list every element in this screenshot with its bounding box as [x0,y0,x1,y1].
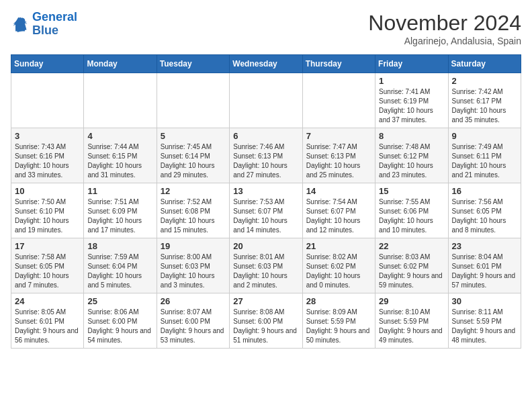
day-number: 11 [87,186,152,196]
day-info: Sunrise: 8:10 AMSunset: 5:59 PMDaylight:… [379,308,444,345]
day-info: Sunrise: 8:05 AMSunset: 6:01 PMDaylight:… [15,308,80,345]
day-info: Sunrise: 7:49 AMSunset: 6:11 PMDaylight:… [452,142,517,180]
day-number: 12 [161,186,226,196]
day-number: 2 [452,76,517,86]
weekday-header-wednesday: Wednesday [230,55,302,73]
logo-icon [11,15,30,34]
calendar-cell: 2Sunrise: 7:42 AMSunset: 6:17 PMDaylight… [448,73,521,128]
day-info: Sunrise: 7:58 AMSunset: 6:05 PMDaylight:… [15,253,80,290]
page-header: General Blue November 2024 Algarinejo, A… [11,11,521,46]
week-row-2: 3Sunrise: 7:43 AMSunset: 6:16 PMDaylight… [11,128,521,183]
calendar-cell: 8Sunrise: 7:48 AMSunset: 6:12 PMDaylight… [375,128,448,183]
calendar-cell: 6Sunrise: 7:46 AMSunset: 6:13 PMDaylight… [230,128,302,183]
month-title: November 2024 [368,11,521,36]
logo-line2: Blue [32,24,58,37]
day-info: Sunrise: 7:54 AMSunset: 6:07 PMDaylight:… [306,197,371,235]
day-number: 18 [87,241,152,251]
week-row-5: 24Sunrise: 8:05 AMSunset: 6:01 PMDayligh… [11,293,521,349]
calendar-cell: 24Sunrise: 8:05 AMSunset: 6:01 PMDayligh… [11,293,84,349]
weekday-header-monday: Monday [84,55,157,73]
calendar-cell [157,73,229,128]
day-info: Sunrise: 7:53 AMSunset: 6:07 PMDaylight:… [233,197,298,235]
day-number: 19 [161,241,226,251]
day-info: Sunrise: 8:11 AMSunset: 5:59 PMDaylight:… [452,308,517,345]
day-info: Sunrise: 7:41 AMSunset: 6:19 PMDaylight:… [379,87,444,125]
weekday-header-tuesday: Tuesday [157,55,229,73]
calendar-cell: 22Sunrise: 8:03 AMSunset: 6:02 PMDayligh… [375,238,448,293]
day-number: 15 [379,186,444,196]
calendar-cell: 27Sunrise: 8:08 AMSunset: 6:00 PMDayligh… [230,293,302,349]
location: Algarinejo, Andalusia, Spain [368,36,521,46]
day-number: 25 [87,296,152,306]
calendar-cell: 15Sunrise: 7:55 AMSunset: 6:06 PMDayligh… [375,183,448,238]
day-number: 16 [452,186,517,196]
day-info: Sunrise: 7:43 AMSunset: 6:16 PMDaylight:… [15,142,80,180]
logo-text: General Blue [32,11,77,38]
day-info: Sunrise: 7:51 AMSunset: 6:09 PMDaylight:… [87,197,152,235]
calendar-cell: 19Sunrise: 8:00 AMSunset: 6:03 PMDayligh… [157,238,229,293]
calendar-table: SundayMondayTuesdayWednesdayThursdayFrid… [11,54,521,349]
calendar-cell: 26Sunrise: 8:07 AMSunset: 6:00 PMDayligh… [157,293,229,349]
logo-line1: General [32,10,77,24]
day-number: 24 [15,296,80,306]
calendar-cell [11,73,84,128]
calendar-cell: 29Sunrise: 8:10 AMSunset: 5:59 PMDayligh… [375,293,448,349]
calendar-cell: 5Sunrise: 7:45 AMSunset: 6:14 PMDaylight… [157,128,229,183]
title-block: November 2024 Algarinejo, Andalusia, Spa… [368,11,521,46]
day-info: Sunrise: 8:02 AMSunset: 6:02 PMDaylight:… [306,253,371,290]
day-number: 13 [233,186,298,196]
calendar-cell [84,73,157,128]
day-number: 4 [87,131,152,141]
calendar-cell: 3Sunrise: 7:43 AMSunset: 6:16 PMDaylight… [11,128,84,183]
day-info: Sunrise: 7:44 AMSunset: 6:15 PMDaylight:… [87,142,152,180]
day-number: 3 [15,131,80,141]
calendar-cell: 23Sunrise: 8:04 AMSunset: 6:01 PMDayligh… [448,238,521,293]
calendar-cell: 18Sunrise: 7:59 AMSunset: 6:04 PMDayligh… [84,238,157,293]
calendar-cell: 11Sunrise: 7:51 AMSunset: 6:09 PMDayligh… [84,183,157,238]
calendar-cell: 20Sunrise: 8:01 AMSunset: 6:03 PMDayligh… [230,238,302,293]
day-info: Sunrise: 8:07 AMSunset: 6:00 PMDaylight:… [161,308,226,345]
day-info: Sunrise: 7:47 AMSunset: 6:13 PMDaylight:… [306,142,371,180]
day-number: 28 [306,296,371,306]
day-number: 22 [379,241,444,251]
calendar-cell: 16Sunrise: 7:56 AMSunset: 6:05 PMDayligh… [448,183,521,238]
day-info: Sunrise: 8:08 AMSunset: 6:00 PMDaylight:… [233,308,298,345]
calendar-cell: 1Sunrise: 7:41 AMSunset: 6:19 PMDaylight… [375,73,448,128]
day-number: 21 [306,241,371,251]
day-info: Sunrise: 8:01 AMSunset: 6:03 PMDaylight:… [233,253,298,290]
calendar-cell: 28Sunrise: 8:09 AMSunset: 5:59 PMDayligh… [302,293,375,349]
calendar-cell: 30Sunrise: 8:11 AMSunset: 5:59 PMDayligh… [448,293,521,349]
week-row-3: 10Sunrise: 7:50 AMSunset: 6:10 PMDayligh… [11,183,521,238]
day-info: Sunrise: 8:09 AMSunset: 5:59 PMDaylight:… [306,308,371,345]
calendar-cell: 9Sunrise: 7:49 AMSunset: 6:11 PMDaylight… [448,128,521,183]
calendar-cell: 13Sunrise: 7:53 AMSunset: 6:07 PMDayligh… [230,183,302,238]
weekday-header-thursday: Thursday [302,55,375,73]
day-info: Sunrise: 8:04 AMSunset: 6:01 PMDaylight:… [452,253,517,290]
calendar-cell: 7Sunrise: 7:47 AMSunset: 6:13 PMDaylight… [302,128,375,183]
day-number: 17 [15,241,80,251]
calendar-cell: 25Sunrise: 8:06 AMSunset: 6:00 PMDayligh… [84,293,157,349]
calendar-cell: 4Sunrise: 7:44 AMSunset: 6:15 PMDaylight… [84,128,157,183]
day-number: 10 [15,186,80,196]
calendar-cell [230,73,302,128]
calendar-cell: 12Sunrise: 7:52 AMSunset: 6:08 PMDayligh… [157,183,229,238]
day-number: 8 [379,131,444,141]
day-number: 14 [306,186,371,196]
calendar-cell: 10Sunrise: 7:50 AMSunset: 6:10 PMDayligh… [11,183,84,238]
day-info: Sunrise: 8:06 AMSunset: 6:00 PMDaylight:… [87,308,152,345]
day-number: 30 [452,296,517,306]
weekday-header-sunday: Sunday [11,55,84,73]
day-number: 5 [161,131,226,141]
day-number: 29 [379,296,444,306]
day-number: 1 [379,76,444,86]
day-info: Sunrise: 7:48 AMSunset: 6:12 PMDaylight:… [379,142,444,180]
day-info: Sunrise: 7:50 AMSunset: 6:10 PMDaylight:… [15,197,80,235]
week-row-4: 17Sunrise: 7:58 AMSunset: 6:05 PMDayligh… [11,238,521,293]
day-number: 26 [161,296,226,306]
calendar-cell [302,73,375,128]
day-number: 27 [233,296,298,306]
day-info: Sunrise: 7:55 AMSunset: 6:06 PMDaylight:… [379,197,444,235]
day-info: Sunrise: 8:03 AMSunset: 6:02 PMDaylight:… [379,253,444,290]
calendar-cell: 17Sunrise: 7:58 AMSunset: 6:05 PMDayligh… [11,238,84,293]
day-info: Sunrise: 7:59 AMSunset: 6:04 PMDaylight:… [87,253,152,290]
